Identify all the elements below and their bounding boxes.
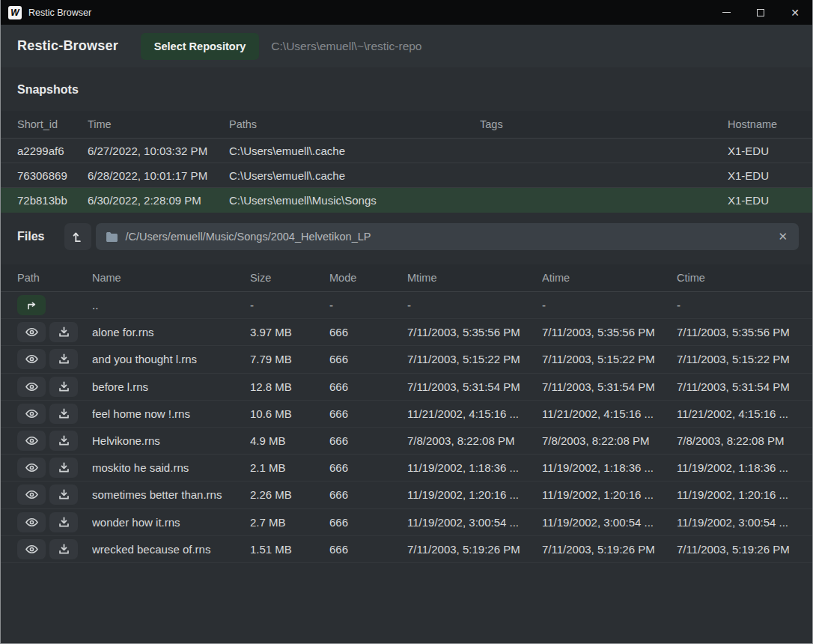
preview-file-button[interactable] — [17, 322, 46, 342]
file-atime: 11/21/2002, 4:15:16 ... — [542, 407, 677, 420]
col-mtime: Mtime — [407, 272, 542, 284]
file-size: 12.8 MB — [250, 380, 329, 393]
file-mode: 666 — [329, 434, 407, 447]
file-mode: 666 — [329, 407, 407, 420]
current-path-input[interactable]: /C/Users/emuell/Music/Songs/2004_Helveti… — [96, 223, 799, 250]
restic-browser-window: W Restic Browser ✕ Restic-Browser Select… — [0, 0, 813, 644]
maximize-icon — [757, 9, 764, 16]
file-name: Helvikone.rns — [92, 434, 250, 447]
file-name: moskito he said.rns — [92, 461, 250, 474]
go-up-level-button[interactable] — [64, 223, 91, 250]
select-repository-button[interactable]: Select Repository — [141, 33, 260, 60]
download-icon — [58, 326, 70, 338]
file-mtime: 7/11/2003, 5:19:26 PM — [407, 543, 542, 556]
close-button[interactable]: ✕ — [778, 0, 812, 25]
download-file-button[interactable] — [49, 377, 78, 397]
snapshot-hostname: X1-EDU — [728, 145, 812, 157]
col-name: Name — [92, 272, 250, 284]
snapshot-row[interactable]: 76306869 6/28/2022, 10:01:17 PM C:\Users… — [1, 163, 812, 188]
file-size: 2.7 MB — [250, 516, 329, 529]
preview-file-button[interactable] — [17, 539, 46, 559]
snapshot-paths: C:\Users\emuell\.cache — [229, 145, 480, 157]
snapshots-table-body: a2299af6 6/27/2022, 10:03:32 PM C:\Users… — [1, 139, 812, 213]
download-file-button[interactable] — [49, 512, 78, 532]
file-size: - — [250, 299, 329, 312]
download-file-button[interactable] — [49, 404, 78, 424]
file-atime: 11/19/2002, 1:18:36 ... — [542, 461, 677, 474]
file-mode: 666 — [329, 380, 407, 393]
col-tags: Tags — [480, 118, 728, 130]
download-file-button[interactable] — [49, 322, 78, 342]
eye-icon — [25, 382, 39, 392]
file-row: sometimes better than.rns 2.26 MB 666 11… — [1, 482, 812, 508]
col-mode: Mode — [329, 272, 407, 284]
file-size: 2.26 MB — [250, 488, 329, 501]
file-ctime: 11/19/2002, 3:00:54 ... — [677, 516, 812, 529]
clear-path-button[interactable]: ✕ — [776, 230, 789, 243]
file-ctime: 7/8/2003, 8:22:08 PM — [677, 434, 812, 447]
snapshot-paths: C:\Users\emuell\.cache — [229, 169, 480, 182]
preview-file-button[interactable] — [17, 404, 46, 424]
file-ctime: 7/11/2003, 5:31:54 PM — [677, 380, 812, 393]
file-size: 1.51 MB — [250, 543, 329, 556]
file-size: 10.6 MB — [250, 407, 329, 420]
app-name: Restic-Browser — [17, 38, 118, 54]
download-file-button[interactable] — [49, 431, 78, 451]
file-atime: 7/11/2003, 5:35:56 PM — [542, 326, 677, 338]
files-toolbar: Files /C/Users/emuell/Music/Songs/2004_H… — [1, 223, 812, 250]
download-icon — [58, 462, 70, 473]
open-parent-directory-button[interactable] — [17, 295, 46, 315]
file-atime: 7/11/2003, 5:15:22 PM — [542, 353, 677, 365]
repository-path-text: C:\Users\emuell\~\restic-repo — [271, 40, 421, 53]
clear-path-icon: ✕ — [778, 230, 788, 243]
file-row: wrecked because of.rns 1.51 MB 666 7/11/… — [1, 536, 812, 563]
preview-file-button[interactable] — [17, 484, 46, 505]
download-icon — [58, 381, 70, 392]
download-file-button[interactable] — [49, 458, 78, 478]
eye-icon — [25, 544, 39, 554]
file-mtime: 11/21/2002, 4:15:16 ... — [407, 407, 542, 420]
col-atime: Atime — [542, 272, 677, 284]
download-icon — [58, 353, 70, 365]
preview-file-button[interactable] — [17, 458, 46, 478]
current-path-text: /C/Users/emuell/Music/Songs/2004_Helveti… — [125, 231, 371, 243]
file-ctime: 7/11/2003, 5:35:56 PM — [677, 326, 812, 338]
parent-dir-arrow-icon — [25, 300, 37, 312]
preview-file-button[interactable] — [17, 431, 46, 451]
download-file-button[interactable] — [49, 539, 78, 559]
download-icon — [58, 489, 70, 500]
w-logo-icon: W — [8, 6, 22, 19]
maximize-button[interactable] — [743, 0, 778, 25]
titlebar: W Restic Browser ✕ — [1, 0, 812, 25]
parent-directory-row: .. - - - - - — [1, 292, 812, 319]
download-icon — [58, 408, 70, 419]
file-ctime: - — [677, 299, 812, 312]
eye-icon — [25, 354, 39, 364]
snapshot-row[interactable]: 72b813bb 6/30/2022, 2:28:09 PM C:\Users\… — [1, 188, 812, 213]
file-row: and you thought l.rns 7.79 MB 666 7/11/2… — [1, 346, 812, 373]
file-ctime: 7/11/2003, 5:15:22 PM — [677, 353, 812, 365]
preview-file-button[interactable] — [17, 349, 46, 369]
minimize-button[interactable] — [709, 0, 743, 25]
file-row: moskito he said.rns 2.1 MB 666 11/19/200… — [1, 455, 812, 482]
file-mtime: 7/8/2003, 8:22:08 PM — [407, 434, 542, 447]
file-mode: - — [329, 299, 407, 312]
preview-file-button[interactable] — [17, 377, 46, 397]
window-title: Restic Browser — [28, 7, 91, 18]
snapshot-row[interactable]: a2299af6 6/27/2022, 10:03:32 PM C:\Users… — [1, 139, 812, 163]
file-row: wonder how it.rns 2.7 MB 666 11/19/2002,… — [1, 509, 812, 536]
download-file-button[interactable] — [49, 484, 78, 505]
preview-file-button[interactable] — [17, 512, 46, 532]
file-mtime: 11/19/2002, 1:18:36 ... — [407, 461, 542, 474]
file-size: 7.79 MB — [250, 353, 329, 365]
files-table-body: alone for.rns 3.97 MB 666 7/11/2003, 5:3… — [1, 319, 812, 563]
file-name: before l.rns — [92, 380, 250, 393]
minimize-icon — [722, 12, 731, 13]
download-file-button[interactable] — [49, 349, 78, 369]
file-name: .. — [92, 299, 250, 312]
download-icon — [58, 435, 70, 446]
file-mtime: 7/11/2003, 5:31:54 PM — [407, 380, 542, 393]
file-name: and you thought l.rns — [92, 353, 250, 365]
file-ctime: 7/11/2003, 5:19:26 PM — [677, 543, 812, 556]
folder-icon — [106, 231, 118, 243]
